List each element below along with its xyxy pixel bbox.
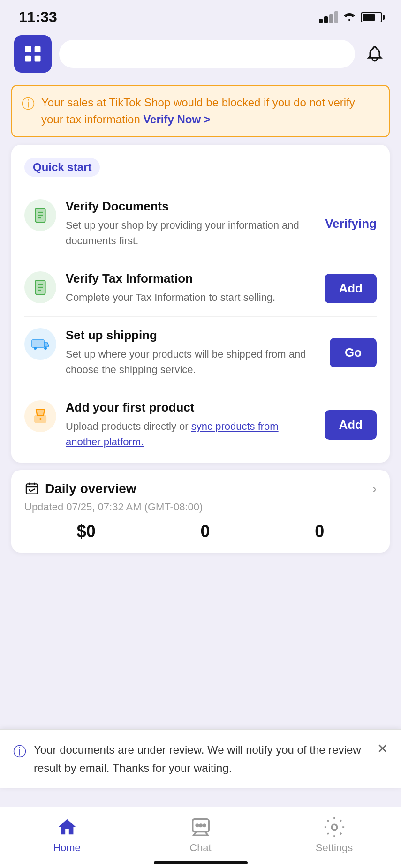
verify-now-link[interactable]: Verify Now > — [143, 113, 210, 126]
quick-item-shipping: Set up shipping Set up where your produc… — [24, 317, 377, 389]
add-product-action[interactable]: Add — [325, 410, 377, 440]
notification-bell[interactable] — [363, 42, 387, 66]
verify-docs-desc: Set up your shop by providing your infor… — [66, 217, 316, 248]
wifi-icon — [343, 11, 356, 24]
tax-warning-banner: ⓘ Your sales at TikTok Shop would be blo… — [11, 85, 390, 137]
daily-overview-updated: Updated 07/25, 07:32 AM (GMT-08:00) — [24, 501, 377, 513]
bottom-navigation: Home Chat Settings — [0, 807, 401, 868]
chevron-right-icon: › — [372, 481, 377, 496]
status-bar: 11:33 — [0, 0, 401, 30]
nav-chat[interactable]: Chat — [173, 816, 229, 854]
close-notification-button[interactable]: ✕ — [377, 741, 388, 756]
quick-item-add-product: Add your first product Upload products d… — [24, 389, 377, 449]
verify-docs-action: Verifying — [325, 217, 377, 231]
warning-icon: ⓘ — [22, 95, 35, 113]
daily-stats: $0 0 0 — [24, 522, 377, 541]
nav-home[interactable]: Home — [39, 816, 95, 854]
add-product-title: Add your first product — [66, 400, 315, 415]
verify-docs-content: Verify Documents Set up your shop by pro… — [66, 199, 316, 248]
svg-point-17 — [44, 347, 47, 350]
svg-point-27 — [332, 824, 337, 830]
battery-icon — [361, 12, 382, 22]
info-icon: ⓘ — [13, 743, 26, 761]
shipping-icon — [24, 328, 56, 360]
notification-text: Your documents are under review. We will… — [34, 741, 370, 777]
add-product-button[interactable]: Add — [325, 410, 377, 440]
svg-rect-14 — [32, 340, 44, 347]
svg-rect-3 — [35, 56, 41, 62]
shipping-title: Set up shipping — [66, 328, 320, 343]
quick-start-card: Quick start Verify Documents Set up your… — [11, 145, 390, 463]
add-product-icon — [24, 400, 56, 432]
quick-start-label: Quick start — [24, 158, 100, 177]
nav-home-label: Home — [53, 842, 81, 854]
daily-overview-header: Daily overview › — [24, 481, 377, 496]
status-time: 11:33 — [19, 8, 57, 26]
shipping-action[interactable]: Go — [330, 338, 377, 367]
go-shipping-button[interactable]: Go — [330, 338, 377, 367]
daily-overview-title: Daily overview — [24, 481, 136, 496]
daily-overview[interactable]: Daily overview › Updated 07/25, 07:32 AM… — [11, 470, 390, 553]
review-notification: ⓘ Your documents are under review. We wi… — [0, 729, 401, 788]
verify-tax-action[interactable]: Add — [325, 274, 377, 303]
verify-tax-content: Verify Tax Information Complete your Tax… — [66, 271, 315, 305]
verify-docs-title: Verify Documents — [66, 199, 316, 214]
warning-text: Your sales at TikTok Shop would be block… — [41, 94, 379, 128]
verify-tax-title: Verify Tax Information — [66, 271, 315, 286]
search-bar[interactable] — [59, 40, 355, 68]
svg-point-16 — [34, 347, 37, 350]
signal-icon — [319, 11, 338, 23]
verify-tax-icon — [24, 271, 56, 303]
svg-point-25 — [199, 824, 202, 827]
svg-rect-0 — [25, 46, 31, 52]
svg-point-26 — [203, 824, 205, 827]
quick-item-verify-tax: Verify Tax Information Complete your Tax… — [24, 260, 377, 317]
svg-rect-21 — [26, 484, 38, 494]
shipping-content: Set up shipping Set up where your produc… — [66, 328, 320, 377]
svg-point-24 — [196, 824, 198, 827]
add-product-desc: Upload products directly or sync product… — [66, 419, 315, 449]
verify-tax-desc: Complete your Tax Information to start s… — [66, 290, 315, 305]
add-tax-button[interactable]: Add — [325, 274, 377, 303]
header — [0, 30, 401, 80]
quick-item-verify-docs: Verify Documents Set up your shop by pro… — [24, 188, 377, 260]
daily-stat-visitors: 0 — [315, 522, 324, 541]
status-icons — [319, 11, 382, 24]
shipping-desc: Set up where your products will be shipp… — [66, 346, 320, 377]
nav-chat-label: Chat — [189, 842, 211, 854]
svg-rect-2 — [25, 56, 31, 62]
nav-settings[interactable]: Settings — [306, 816, 363, 854]
verify-docs-icon — [24, 199, 56, 231]
daily-stat-revenue: $0 — [77, 522, 96, 541]
add-product-content: Add your first product Upload products d… — [66, 400, 315, 449]
home-indicator — [154, 861, 248, 864]
verifying-status: Verifying — [325, 217, 377, 231]
daily-stat-orders: 0 — [200, 522, 210, 541]
app-logo[interactable] — [14, 35, 52, 73]
nav-settings-label: Settings — [316, 842, 353, 854]
svg-rect-1 — [35, 46, 41, 52]
